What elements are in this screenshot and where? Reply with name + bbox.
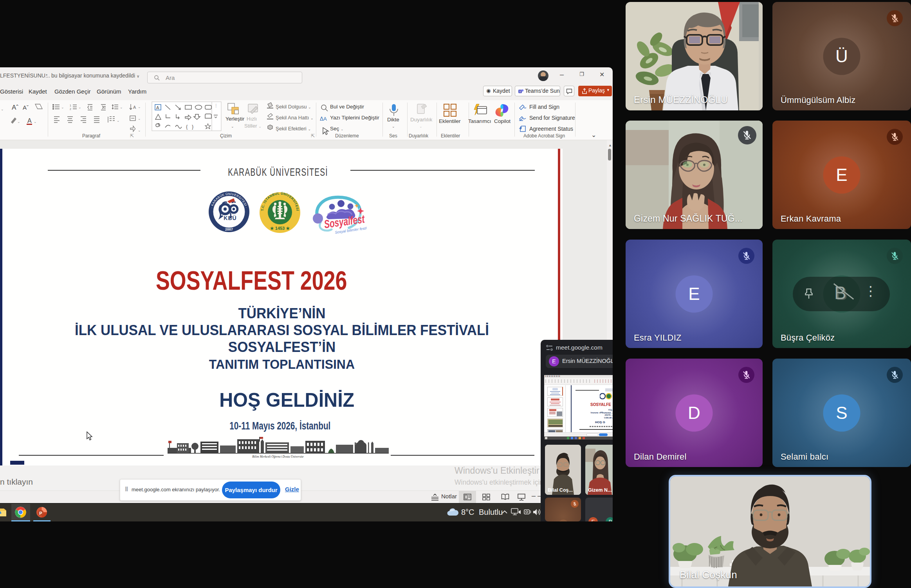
svg-text:⌄: ⌄ [138,105,141,109]
svg-text:⋮: ⋮ [214,103,218,108]
svg-text:⌄: ⌄ [1,107,4,111]
svg-text:⌄: ⌄ [138,117,141,121]
svg-text:ᐃA: ᐃA [320,116,327,122]
svg-text:★ 1453 ★: ★ 1453 ★ [270,226,290,231]
svg-text:⌄: ⌄ [138,128,141,132]
svg-text:⌄: ⌄ [120,105,123,109]
svg-text:⌄: ⌄ [17,120,20,124]
svg-text:⌄: ⌄ [34,120,37,124]
svg-text:P: P [39,511,42,516]
svg-text:}: } [192,124,194,130]
svg-text:⌄: ⌄ [78,105,81,109]
svg-text:Aˆ: Aˆ [12,104,18,111]
svg-text:{: { [186,124,188,130]
svg-text:⌄: ⌄ [61,105,64,109]
svg-text:KBÜ: KBÜ [224,215,236,221]
svg-text:1: 1 [70,104,71,107]
svg-text:A: A [133,105,136,110]
svg-text:Aˇ: Aˇ [23,104,29,111]
svg-text:T: T [519,90,521,94]
svg-text:A: A [156,105,159,110]
svg-text:2: 2 [70,108,71,110]
svg-text:A: A [27,117,32,124]
svg-text:⌄: ⌄ [117,119,120,123]
svg-text:2007: 2007 [225,227,233,231]
svg-text:Bilim Merkezli Öğrenci Dostu Ü: Bilim Merkezli Öğrenci Dostu Üniversite [252,455,304,458]
